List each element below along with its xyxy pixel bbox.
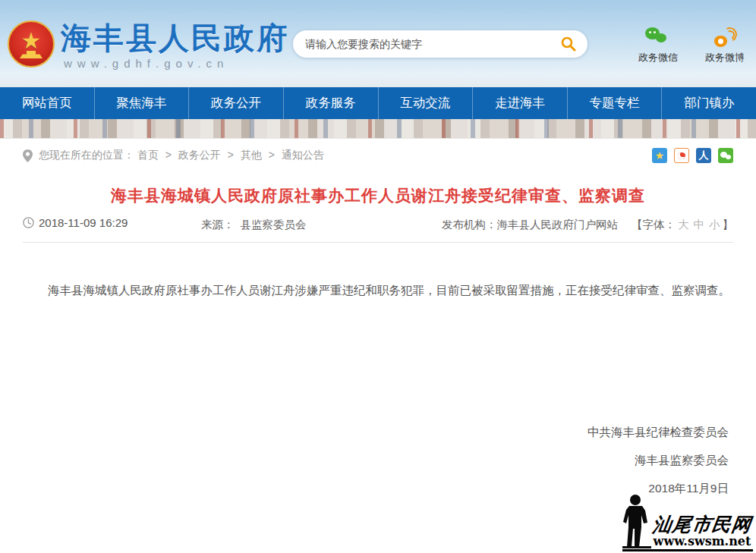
nav-item-gov-open[interactable]: 政务公开: [189, 87, 284, 119]
site-title: 海丰县人民政府: [61, 21, 289, 55]
emblem-star-icon: ★: [21, 30, 42, 52]
nav-item-depts[interactable]: 部门镇办: [662, 87, 756, 119]
publisher-value: 海丰县人民政府门户网站: [496, 218, 618, 231]
gov-weibo-label: 政务微博: [697, 51, 753, 64]
search-box: [293, 30, 587, 58]
font-size-medium-button[interactable]: 中: [694, 218, 705, 231]
nav-item-about[interactable]: 走进海丰: [473, 87, 568, 119]
publish-datetime-text: 2018-11-09 16:29: [39, 216, 128, 229]
signature-discipline-committee: 中共海丰县纪律检查委员会: [0, 426, 729, 438]
search-input[interactable]: [305, 38, 557, 50]
watermark-site-name: 汕尾市民网: [650, 514, 754, 536]
breadcrumb-separator: >: [165, 149, 172, 161]
meta-right-group: 发布机构：海丰县人民政府门户网站 【字体：大中小】: [442, 218, 733, 232]
source-value: 县监察委员会: [241, 218, 307, 231]
wechat-icon: [645, 27, 671, 47]
breadcrumb-separator: >: [269, 149, 275, 161]
breadcrumb-other[interactable]: 其他: [241, 149, 262, 161]
nav-item-interact[interactable]: 互动交流: [379, 87, 474, 119]
cityscape-banner-image: [0, 119, 756, 139]
article-body: 海丰县海城镇人民政府原社事办工作人员谢江舟涉嫌严重违纪和职务犯罪，目前已被采取留…: [24, 279, 732, 302]
nav-item-services[interactable]: 政务服务: [284, 87, 379, 119]
signature-supervision-committee: 海丰县监察委员会: [0, 454, 729, 467]
main-nav: 网站首页 聚焦海丰 政务公开 政务服务 互动交流 走进海丰 专题专栏 部门镇办: [0, 87, 756, 119]
qzone-icon[interactable]: ★: [652, 148, 667, 163]
watermark-site-url: www.swsm.net: [651, 535, 753, 548]
search-button[interactable]: [557, 33, 580, 55]
gov-wechat-label: 政务微信: [630, 51, 686, 64]
share-bar: ★ 人: [652, 148, 733, 163]
breadcrumb-text: 您现在所在的位置： 首页 > 政务公开 > 其他 > 通知公告: [39, 149, 324, 162]
font-size-control: 【字体：大中小】: [632, 218, 733, 231]
weibo-icon: [713, 27, 736, 47]
nav-item-focus[interactable]: 聚焦海丰: [95, 87, 190, 119]
breadcrumb-notices[interactable]: 通知公告: [282, 149, 324, 161]
gov-weibo-link[interactable]: 政务微博: [697, 27, 753, 64]
signature-date: 2018年11月9日: [0, 482, 729, 495]
breadcrumb: 您现在所在的位置： 首页 > 政务公开 > 其他 > 通知公告 ★ 人: [0, 139, 756, 172]
clock-icon: [23, 217, 34, 228]
publisher-label: 发布机构：: [442, 218, 497, 231]
person-silhouette-icon: [622, 494, 651, 548]
watermark-text: 汕尾市民网 www.swsm.net: [651, 514, 753, 548]
site-url: www.gdhf.gov.cn: [61, 57, 289, 70]
swsm-watermark: 汕尾市民网 www.swsm.net: [622, 494, 753, 551]
magnifier-icon: [560, 36, 577, 52]
breadcrumb-gov-open[interactable]: 政务公开: [178, 149, 221, 161]
font-size-large-button[interactable]: 大: [678, 218, 689, 231]
renren-icon[interactable]: 人: [696, 148, 711, 163]
site-logo[interactable]: 海丰县人民政府 www.gdhf.gov.cn: [61, 21, 289, 70]
source-label: 来源：: [201, 218, 235, 231]
breadcrumb-home[interactable]: 首页: [137, 149, 159, 161]
font-size-small-button[interactable]: 小: [709, 218, 720, 231]
header-banner: ★ 海丰县人民政府 www.gdhf.gov.cn 政务微信: [0, 0, 756, 87]
page: ★ 海丰县人民政府 www.gdhf.gov.cn 政务微信: [0, 0, 756, 553]
nav-item-home[interactable]: 网站首页: [0, 87, 95, 119]
sina-weibo-icon[interactable]: [674, 148, 689, 163]
article-source: 来源： 县监察委员会: [201, 218, 307, 232]
publish-datetime: 2018-11-09 16:29: [23, 216, 128, 229]
breadcrumb-separator: >: [228, 149, 234, 161]
font-size-open-bracket: 【字体：: [632, 218, 676, 231]
article-title: 海丰县海城镇人民政府原社事办工作人员谢江舟接受纪律审查、监察调查: [23, 185, 733, 206]
gov-wechat-link[interactable]: 政务微信: [630, 27, 686, 64]
article-meta: 2018-11-09 16:29 来源： 县监察委员会 发布机构：海丰县人民政府…: [23, 212, 733, 243]
article-signatures: 中共海丰县纪律检查委员会 海丰县监察委员会 2018年11月9日: [0, 426, 756, 495]
national-emblem-icon: ★: [8, 20, 55, 68]
location-pin-icon: [23, 149, 33, 162]
nav-item-topics[interactable]: 专题专栏: [568, 87, 663, 119]
wechat-share-icon[interactable]: [718, 148, 733, 163]
font-size-close-bracket: 】: [723, 218, 734, 231]
breadcrumb-prefix: 您现在所在的位置：: [39, 149, 134, 161]
